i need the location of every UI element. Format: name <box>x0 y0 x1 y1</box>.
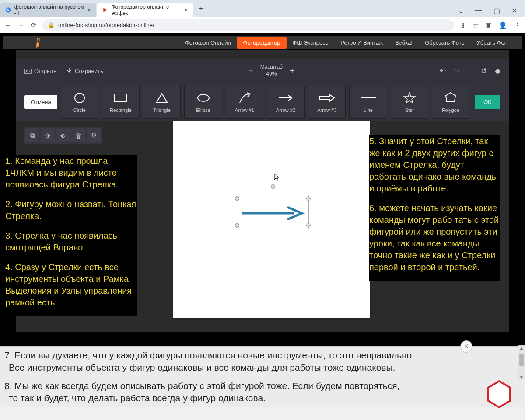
nav-item-4[interactable]: Вебка! <box>389 37 419 49</box>
svg-text:G: G <box>7 8 10 11</box>
history-icon[interactable]: ↺ <box>481 66 487 76</box>
scrollbar-thumb[interactable] <box>519 354 524 366</box>
google-favicon: G <box>5 7 12 14</box>
duplicate-icon[interactable]: ⧉ <box>25 128 39 142</box>
rotate-handle[interactable] <box>271 184 275 189</box>
svg-point-4 <box>75 93 84 103</box>
nav-item-6[interactable]: Убрать Фон <box>471 37 514 49</box>
shapes-toolbar: Отмена Circle Rectangle Triangle Ellipse… <box>16 82 509 121</box>
polygon-icon <box>444 91 457 105</box>
zoom-control: − Масштаб 49% + <box>248 64 295 77</box>
undo-icon[interactable]: ↶ <box>440 66 446 76</box>
shape-polygon[interactable]: Polygon <box>432 85 469 119</box>
circle-icon <box>74 91 86 105</box>
reload-icon[interactable]: ⟳ <box>31 21 36 29</box>
chevron-down-icon[interactable]: ⌄ <box>458 7 464 15</box>
arrow2-icon <box>277 91 294 105</box>
nav-item-1[interactable]: Фоторедактор <box>237 37 287 49</box>
zoom-value: 49% <box>260 71 283 78</box>
selection-frame[interactable] <box>237 198 309 226</box>
resize-handle-ne[interactable] <box>306 196 311 201</box>
shape-triangle[interactable]: Triangle <box>143 85 181 119</box>
address-bar[interactable]: 🔒 online-fotoshop.ru/fotoredaktor-online… <box>42 19 454 31</box>
resize-handle-se[interactable] <box>306 223 311 228</box>
new-tab-button[interactable]: + <box>194 4 208 14</box>
annotation-left: 1. Команда у нас прошла 1ЧЛКМ и мы видим… <box>5 155 137 316</box>
browser-toolbar: ← → ⟳ 🔒 online-fotoshop.ru/fotoredaktor-… <box>0 17 525 33</box>
shape-circle[interactable]: Circle <box>61 85 98 119</box>
triangle-icon <box>155 91 168 105</box>
arrow3-icon <box>318 91 336 105</box>
close-tab-icon[interactable]: × <box>88 7 91 14</box>
maximize-icon[interactable]: ▢ <box>494 7 500 15</box>
shape-star[interactable]: Star <box>391 85 428 119</box>
cancel-button[interactable]: Отмена <box>24 95 57 109</box>
nav-item-2[interactable]: ФШ Экспресс <box>287 37 335 49</box>
back-icon[interactable]: ← <box>4 21 11 29</box>
svg-point-6 <box>198 94 209 101</box>
arrow1-icon <box>237 91 252 105</box>
menu-icon[interactable]: ⋮ <box>514 21 521 29</box>
shape-rectangle[interactable]: Rectangle <box>102 85 140 119</box>
annotation-bottom-7: X 7. Если вы думаете, что у каждой фигур… <box>0 346 525 377</box>
nav-item-0[interactable]: Фотошоп Онлайн <box>179 37 237 49</box>
tab-title: фотошоп онлайн на русском - I <box>14 4 85 16</box>
browser-tab-strip: G фотошоп онлайн на русском - I × Фоторе… <box>0 0 525 17</box>
url-text: online-fotoshop.ru/fotoredaktor-online/ <box>58 22 154 28</box>
ellipse-icon <box>196 91 210 105</box>
site-favicon <box>102 7 108 14</box>
minimize-icon[interactable]: — <box>475 7 482 15</box>
star-icon[interactable]: ☆ <box>473 21 479 29</box>
line-icon <box>360 91 377 105</box>
open-button[interactable]: Открыть <box>24 68 56 74</box>
shape-line[interactable]: Line <box>349 85 387 119</box>
object-tools: ⧉ ⬗ ⬖ 🗑 ⚙ <box>24 127 102 144</box>
brush-logo-icon: 🖌 <box>31 36 44 49</box>
tab-title: Фоторедактор онлайн с эффект <box>111 4 182 16</box>
window-controls: ⌄ — ▢ ✕ <box>458 7 525 17</box>
close-tab-icon[interactable]: × <box>185 7 188 14</box>
star-icon <box>403 91 416 105</box>
close-banner-icon[interactable]: X <box>460 340 472 353</box>
gear-icon[interactable]: ⚙ <box>87 128 101 142</box>
nav-item-5[interactable]: Обрезать Фото <box>419 37 471 49</box>
zoom-label: Масштаб <box>260 64 283 71</box>
svg-rect-5 <box>115 94 127 102</box>
flip-h-icon[interactable]: ⬗ <box>41 128 55 142</box>
arrow-shape[interactable] <box>242 206 305 220</box>
share-icon[interactable]: ⇪ <box>460 21 466 29</box>
browser-tab-1[interactable]: Фоторедактор онлайн с эффект × <box>97 3 193 17</box>
extensions-icon[interactable]: ▣ <box>486 21 492 29</box>
forward-icon[interactable]: → <box>18 21 24 29</box>
rectangle-icon <box>114 91 128 105</box>
shape-ellipse[interactable]: Ellipse <box>184 85 222 119</box>
layers-icon[interactable]: ◆ <box>495 66 500 76</box>
trash-icon[interactable]: 🗑 <box>71 128 85 142</box>
shape-arrow3[interactable]: Arrow #3 <box>308 85 346 119</box>
save-button[interactable]: Сохранить <box>66 68 103 74</box>
zoom-in-icon[interactable]: + <box>290 66 295 76</box>
browser-tab-0[interactable]: G фотошоп онлайн на русском - I × <box>0 3 96 17</box>
shape-arrow2[interactable]: Arrow #2 <box>267 85 304 119</box>
site-nav: 🖌 Фотошоп Онлайн Фоторедактор ФШ Экспрес… <box>3 36 522 49</box>
ok-button[interactable]: OK <box>475 95 500 109</box>
profile-icon[interactable]: 👤 <box>499 21 507 29</box>
vertical-scrollbar[interactable]: ▲ ▼ <box>518 345 525 380</box>
cursor-icon <box>274 173 280 181</box>
actions-toolbar: Открыть Сохранить − Масштаб 49% + ↶ ↷ ↺ … <box>16 59 509 82</box>
redo-icon[interactable]: ↷ <box>454 66 460 76</box>
annotation-right: 5. Значит у этой Стрелки, так же как и 2… <box>369 135 500 281</box>
hexagon-badge-icon[interactable] <box>484 379 514 410</box>
zoom-out-icon[interactable]: − <box>248 66 253 76</box>
flip-v-icon[interactable]: ⬖ <box>56 128 70 142</box>
close-window-icon[interactable]: ✕ <box>511 7 517 15</box>
lock-icon: 🔒 <box>48 22 55 28</box>
shape-arrow1[interactable]: Arrow #1 <box>226 85 263 119</box>
resize-handle-nw[interactable] <box>235 196 239 201</box>
annotation-bottom-8: 8. Мы же как всегда будем описывать рабо… <box>0 377 525 407</box>
resize-handle-sw[interactable] <box>235 223 239 228</box>
nav-item-3[interactable]: Ретро И Винтаж <box>334 37 389 49</box>
